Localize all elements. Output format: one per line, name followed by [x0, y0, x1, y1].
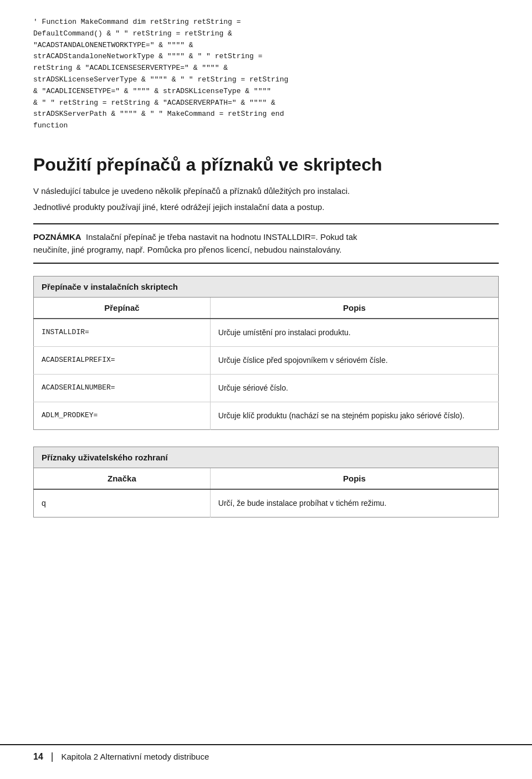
- table-cell-desc: Určuje číslice před spojovníkem v sériov…: [210, 347, 498, 375]
- table2-col1-header: Značka: [34, 468, 211, 490]
- table2-col2-header: Popis: [210, 468, 498, 490]
- table-flags: Příznaky uživatelského rozhraní Značka P…: [33, 447, 499, 517]
- table-row: qUrčí, že bude instalace probíhat v tich…: [34, 489, 499, 517]
- table-cell-switch: ADLM_PRODKEY=: [34, 402, 211, 430]
- table1-col1-header: Přepínač: [34, 298, 211, 319]
- page-footer: 14 | Kapitola 2 Alternativní metody dist…: [0, 744, 532, 762]
- footer-chapter-text: Kapitola 2 Alternativní metody distribuc…: [61, 752, 209, 761]
- table-section-1: Přepínače v instalačních skriptech Přepí…: [33, 276, 499, 430]
- table-row: ACADSERIALPREFIX=Určuje číslice před spo…: [34, 347, 499, 375]
- table1-title: Přepínače v instalačních skriptech: [34, 276, 499, 298]
- table-cell-desc: Určuje klíč produktu (nachází se na stej…: [210, 402, 498, 430]
- code-block: ' Function MakeCommand dim retString ret…: [33, 17, 499, 132]
- table-cell-desc: Určuje sériové číslo.: [210, 375, 498, 402]
- note-block: POZNÁMKA Instalační přepínač je třeba na…: [33, 223, 499, 264]
- section-intro-1: V následující tabulce je uvedeno několik…: [33, 185, 499, 198]
- table-row: ACADSERIALNUMBER=Určuje sériové číslo.: [34, 375, 499, 402]
- note-text-1: Instalační přepínač je třeba nastavit na…: [86, 232, 357, 242]
- table-cell-flag: q: [34, 489, 211, 517]
- table-cell-desc: Určuje umístění pro instalaci produktu.: [210, 319, 498, 347]
- table-cell-switch: INSTALLDIR=: [34, 319, 211, 347]
- note-text-2: neučiníte, jiné programy, např. Pomůcka …: [33, 245, 341, 254]
- table-cell-switch: ACADSERIALPREFIX=: [34, 347, 211, 375]
- note-label: POZNÁMKA: [33, 232, 81, 242]
- table-cell-switch: ACADSERIALNUMBER=: [34, 375, 211, 402]
- section-title: Použití přepínačů a příznaků ve skriptec…: [33, 154, 499, 175]
- table-cell-desc: Určí, že bude instalace probíhat v tiché…: [210, 489, 498, 517]
- table-row: ADLM_PRODKEY=Určuje klíč produktu (nachá…: [34, 402, 499, 430]
- table1-col2-header: Popis: [210, 298, 498, 319]
- footer-separator: |: [51, 751, 54, 762]
- table-section-2: Příznaky uživatelského rozhraní Značka P…: [33, 447, 499, 517]
- table2-title: Příznaky uživatelského rozhraní: [34, 447, 499, 468]
- table-row: INSTALLDIR=Určuje umístění pro instalaci…: [34, 319, 499, 347]
- footer-page-number: 14: [33, 752, 43, 762]
- section-intro-2: Jednotlivé produkty používají jiné, kter…: [33, 201, 499, 214]
- table-switches: Přepínače v instalačních skriptech Přepí…: [33, 276, 499, 430]
